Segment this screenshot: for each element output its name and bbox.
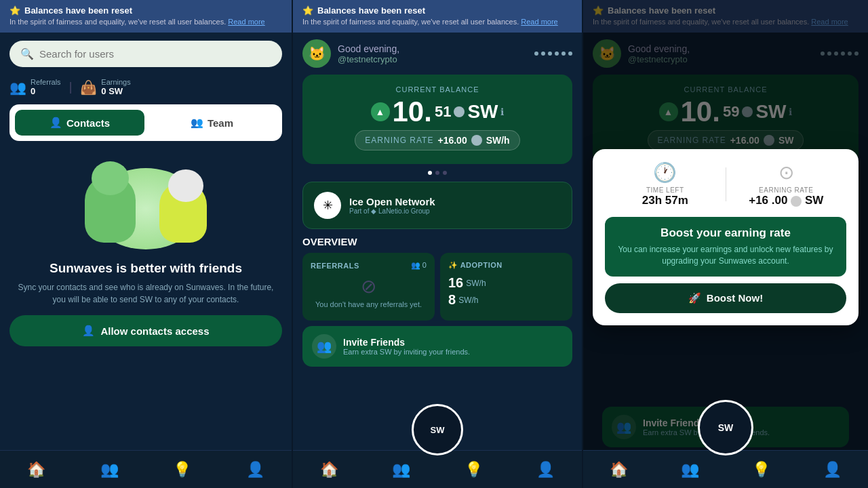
center-bottom-nav: 🏠 👥 💡 👤 — [293, 450, 582, 488]
boost-coin — [791, 196, 802, 207]
center-star-icon: ⭐ — [302, 5, 313, 16]
right-home-icon: 🏠 — [610, 461, 628, 479]
boost-earn-val: +16 .00 SW — [749, 194, 823, 207]
right-nav-home[interactable]: 🏠 — [604, 458, 633, 481]
center-panel: ⭐ Balances have been reset In the spirit… — [292, 0, 583, 488]
left-panel: ⭐ Balances have been reset In the spirit… — [0, 0, 292, 488]
center-read-more-link[interactable]: Read more — [521, 18, 557, 26]
friends-desc: Sync your contacts and see who is alread… — [16, 281, 275, 306]
info-icon: ℹ — [500, 106, 504, 117]
boost-modal: 🕐 TIME LEFT 23h 57m ⊙ EARNING RATE +16 .… — [593, 149, 859, 325]
referrals-stat: 👥 Referrals 0 — [9, 78, 61, 96]
earnings-icon: 👜 — [80, 79, 97, 96]
boost-now-button[interactable]: 🚀 Boost Now! — [605, 283, 846, 313]
tabs-card: 👤 Contacts 👥 Team — [9, 104, 282, 141]
mascot-area — [0, 155, 292, 249]
center-notification-body: In the spirit of fairness and equality, … — [302, 17, 572, 27]
balance-card: CURRENT BALANCE ▲ 10. 51 SW ℹ EARNING RA… — [302, 75, 572, 164]
nav-home[interactable]: 🏠 — [22, 458, 51, 481]
search-icon: 🔍 — [20, 47, 34, 60]
sw-diamond-shape: SW — [412, 404, 463, 455]
dots-indicator — [293, 171, 582, 175]
group-icon: 👥 — [100, 461, 119, 479]
nav-bulb[interactable]: 💡 — [167, 458, 197, 481]
center-group-icon: 👥 — [392, 461, 410, 479]
center-notification-title: ⭐ Balances have been reset — [302, 5, 572, 16]
center-bulb-icon: 💡 — [465, 461, 483, 479]
center-nav-profile[interactable]: 👤 — [531, 458, 560, 481]
earning-rate-badge: EARNING RATE +16.00 SW/h — [355, 130, 519, 150]
center-nav-home[interactable]: 🏠 — [315, 458, 344, 481]
nav-group[interactable]: 👥 — [95, 458, 124, 481]
center-nav-group[interactable]: 👥 — [387, 458, 416, 481]
sw-ring: SW — [698, 400, 753, 455]
cards-row: REFERRALS 👥 0 ⊘ You don't have any refer… — [293, 253, 582, 321]
right-panel: ⭐ Balances have been reset In the spirit… — [583, 0, 868, 488]
center-nav-bulb[interactable]: 💡 — [459, 458, 488, 481]
earnings-stat: 👜 Earnings 0 SW — [80, 78, 130, 96]
referrals-card: REFERRALS 👥 0 ⊘ You don't have any refer… — [302, 253, 435, 321]
referrals-icon: 👥 — [9, 79, 26, 96]
center-home-icon: 🏠 — [320, 461, 338, 479]
notification-title: ⭐ Balances have been reset — [9, 5, 282, 16]
allow-contacts-button[interactable]: 👤 Allow contacts access — [9, 315, 282, 346]
home-icon: 🏠 — [27, 461, 45, 479]
adoption-header: ✨ ADOPTION — [448, 261, 564, 270]
right-profile-icon: 👤 — [823, 461, 842, 479]
overview-label: OVERVIEW — [293, 236, 582, 253]
adoption-row-2: 8 SW/h — [448, 292, 564, 308]
contacts-icon: 👤 — [50, 117, 62, 129]
notification-body: In the spirit of fairness and equality, … — [9, 17, 282, 27]
center-profile-icon: 👤 — [536, 461, 555, 479]
earn-icon: ⊙ — [778, 161, 794, 184]
empty-icon: ⊘ — [311, 275, 427, 298]
up-arrow-icon: ▲ — [371, 102, 390, 121]
contacts-btn-icon: 👤 — [82, 325, 95, 337]
boost-main-section: Boost your earning rate You can increase… — [605, 217, 846, 277]
bottom-nav: 🏠 👥 💡 👤 — [0, 450, 292, 488]
avatar: 🐱 — [302, 39, 331, 68]
invite-icon: 👥 — [312, 334, 336, 359]
ion-text: Ice Open Network Part of ◆ LaNetio.io Gr… — [349, 196, 435, 215]
team-icon: 👥 — [191, 117, 203, 129]
greeting-row: 🐱 Good evening, @testnetcrypto — [293, 33, 582, 75]
notification-banner: ⭐ Balances have been reset In the spirit… — [0, 0, 292, 33]
stats-row: 👥 Referrals 0 | 👜 Earnings 0 SW — [0, 75, 292, 102]
nav-profile[interactable]: 👤 — [241, 458, 270, 481]
boost-stats-row: 🕐 TIME LEFT 23h 57m ⊙ EARNING RATE +16 .… — [605, 161, 846, 207]
stat-divider: | — [69, 80, 73, 94]
earning-coin — [471, 135, 482, 146]
adoption-values: 16 SW/h 8 SW/h — [448, 275, 564, 308]
rocket-icon: 🚀 — [688, 292, 701, 304]
referrals-header: REFERRALS 👥 0 — [311, 261, 427, 270]
right-group-icon: 👥 — [681, 461, 699, 479]
clock-icon: 🕐 — [653, 161, 677, 184]
invite-text: Invite Friends Earn extra SW by inviting… — [343, 337, 470, 356]
friends-title: Sunwaves is better with friends — [14, 260, 278, 277]
adoption-card: ✨ ADOPTION 16 SW/h 8 SW/h — [440, 253, 572, 321]
right-bulb-icon: 💡 — [752, 461, 770, 479]
right-nav-profile[interactable]: 👤 — [818, 458, 847, 481]
right-bottom-nav: 🏠 👥 💡 👤 — [583, 450, 868, 488]
search-input[interactable] — [39, 48, 271, 60]
boost-earning-rate: ⊙ EARNING RATE +16 .00 SW — [726, 161, 847, 207]
right-nav-group[interactable]: 👥 — [675, 458, 705, 481]
center-notification-banner: ⭐ Balances have been reset In the spirit… — [293, 0, 582, 33]
sw-coin-small — [454, 106, 465, 117]
adoption-row-1: 16 SW/h — [448, 275, 564, 291]
invite-banner[interactable]: 👥 Invite Friends Earn extra SW by inviti… — [302, 326, 572, 367]
ion-banner[interactable]: ✳ Ice Open Network Part of ◆ LaNetio.io … — [302, 182, 572, 229]
star-icon: ⭐ — [9, 5, 20, 16]
read-more-link[interactable]: Read more — [228, 18, 264, 26]
bulb-icon: 💡 — [173, 461, 191, 479]
team-tab[interactable]: 👥 Team — [147, 110, 277, 136]
greeting-text: Good evening, @testnetcrypto — [338, 43, 528, 64]
contacts-tab[interactable]: 👤 Contacts — [15, 110, 144, 136]
right-nav-bulb[interactable]: 💡 — [747, 458, 776, 481]
earning-value: +16.00 — [437, 135, 467, 146]
ion-star-icon: ✳ — [314, 192, 341, 219]
more-menu[interactable] — [534, 52, 572, 56]
balance-amount: ▲ 10. 51 SW ℹ — [313, 98, 561, 126]
right-sw-diamond: SW — [698, 400, 753, 455]
boost-time-left: 🕐 TIME LEFT 23h 57m — [605, 161, 726, 207]
